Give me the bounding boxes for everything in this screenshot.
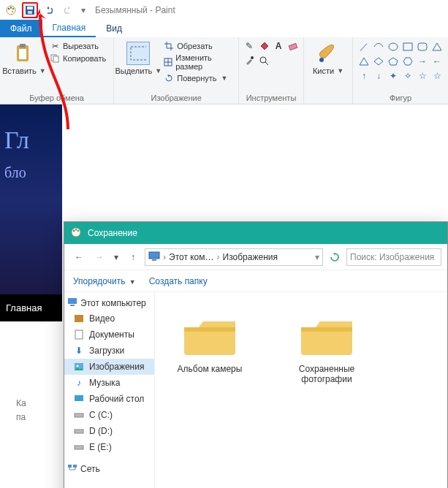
save-icon (24, 4, 36, 16)
nav-recent-button[interactable]: ▾ (111, 248, 121, 266)
tree-this-pc[interactable]: Этот компьютер (64, 295, 154, 310)
paint-logo-icon (3, 2, 19, 18)
ribbon-tabs: Файл Главная Вид (0, 20, 448, 37)
new-folder-button[interactable]: Создать папку (149, 276, 208, 286)
folder-saved-pictures[interactable]: Сохраненные фотографии (286, 314, 367, 384)
dialog-navbar: ← → ▾ ↑ › Этот ком… › Изображения ▾ Поис… (64, 244, 447, 270)
svg-rect-31 (149, 252, 159, 259)
tab-home[interactable]: Главная (42, 20, 96, 37)
svg-point-1 (8, 7, 10, 9)
tree-documents[interactable]: Документы (64, 327, 154, 343)
svg-point-16 (251, 56, 254, 59)
resize-button[interactable]: Изменить размер (161, 53, 234, 72)
svg-rect-32 (152, 259, 156, 261)
svg-rect-43 (68, 465, 72, 468)
organize-button[interactable]: Упорядочить ▼ (73, 276, 136, 286)
svg-rect-34 (70, 305, 75, 306)
dialog-title: Сохранение (88, 228, 137, 238)
qat-save-button[interactable] (22, 2, 38, 18)
tree-network[interactable]: Сеть (64, 461, 154, 476)
save-dialog: Сохранение ← → ▾ ↑ › Этот ком… › Изображ… (64, 221, 448, 488)
tab-view[interactable]: Вид (96, 20, 132, 37)
qat-redo-button[interactable] (60, 2, 76, 18)
folder-camera-roll[interactable]: Альбом камеры (170, 314, 250, 374)
svg-marker-26 (403, 58, 412, 65)
pencil-tool[interactable]: ✎ (243, 40, 255, 52)
pictures-icon (73, 361, 85, 373)
picker-tool[interactable] (243, 55, 255, 66)
tree-drive-c[interactable]: C (C:) (64, 407, 154, 423)
tree-desktop[interactable]: Рабочий стол (64, 391, 154, 407)
shapes-gallery[interactable]: ／ → ← ↑ ↓ ✦ ✧ ☆ ☆ (357, 40, 444, 83)
drive-icon (73, 441, 85, 453)
crop-button[interactable]: Обрезать (161, 40, 234, 52)
group-label-tools: Инструменты (246, 94, 297, 102)
window-title: Безымянный - Paint (95, 5, 175, 15)
ribbon-group-tools: ✎ A Инструменты (239, 37, 304, 104)
svg-rect-33 (68, 298, 77, 304)
svg-rect-39 (75, 395, 83, 401)
nav-back-button[interactable]: ← (70, 248, 88, 266)
svg-rect-13 (131, 47, 146, 60)
canvas-area: Гл бло Главная Ка па Сохранение ← → ▾ ↑ … (0, 104, 448, 488)
svg-rect-35 (75, 315, 83, 322)
tab-file[interactable]: Файл (0, 20, 42, 37)
canvas-image-nav: Главная (0, 294, 62, 321)
magnifier-tool[interactable] (258, 55, 270, 66)
drive-icon (73, 409, 85, 421)
folder-content[interactable]: Альбом камеры Сохраненные фотографии (155, 292, 447, 488)
cut-icon: ✂ (50, 41, 60, 51)
svg-rect-44 (73, 465, 77, 468)
svg-rect-36 (75, 330, 83, 339)
eraser-tool[interactable] (287, 40, 299, 52)
tree-drive-e[interactable]: E (E:) (64, 439, 154, 455)
qat-undo-button[interactable] (41, 2, 57, 18)
tree-downloads[interactable]: ⬇Загрузки (64, 343, 154, 359)
drive-icon (73, 425, 85, 437)
svg-point-29 (75, 229, 77, 230)
tree-music[interactable]: ♪Музыка (64, 375, 154, 391)
qat-customize-button[interactable]: ▾ (79, 2, 88, 18)
canvas-below-text: Ка па (16, 397, 26, 424)
paint-logo-icon (70, 226, 82, 240)
svg-rect-40 (75, 413, 83, 417)
svg-point-17 (260, 57, 266, 63)
select-button[interactable]: Выделить▼ (118, 40, 158, 77)
search-input[interactable]: Поиск: Изображения (346, 248, 441, 266)
svg-point-18 (319, 58, 324, 62)
ribbon-group-clipboard: Вставить▼ ✂Вырезать Копировать Буфер обм… (0, 37, 114, 104)
svg-rect-41 (75, 430, 83, 433)
rotate-button[interactable]: Повернуть▼ (161, 72, 234, 84)
tree-pictures[interactable]: Изображения (64, 359, 154, 375)
copy-button[interactable]: Копировать (47, 53, 109, 64)
refresh-button[interactable] (326, 248, 343, 266)
resize-icon (164, 57, 172, 67)
svg-marker-22 (433, 43, 441, 50)
text-tool[interactable]: A (273, 40, 284, 52)
svg-rect-12 (53, 56, 58, 62)
svg-rect-21 (418, 43, 427, 50)
svg-rect-7 (28, 11, 32, 14)
cut-button[interactable]: ✂Вырезать (47, 40, 109, 52)
tree-videos[interactable]: Видео (64, 310, 154, 327)
brush-icon (316, 42, 340, 65)
brushes-button[interactable]: Кисти▼ (308, 40, 348, 77)
nav-forward-button[interactable]: → (91, 248, 108, 266)
fill-tool[interactable] (258, 40, 270, 52)
dialog-titlebar[interactable]: Сохранение (64, 222, 447, 244)
paste-button[interactable]: Вставить▼ (4, 40, 44, 77)
paste-icon (12, 42, 36, 65)
nav-tree[interactable]: Этот компьютер Видео Документы ⬇Загрузки… (64, 292, 155, 488)
breadcrumb[interactable]: › Этот ком… › Изображения ▾ (145, 248, 323, 266)
svg-marker-25 (389, 58, 398, 65)
group-label-image: Изображение (151, 94, 201, 102)
crop-icon (164, 41, 174, 51)
rotate-icon (164, 73, 174, 83)
canvas-image[interactable]: Гл бло (0, 104, 62, 294)
folder-icon (181, 314, 239, 358)
nav-up-button[interactable]: ↑ (124, 248, 142, 266)
svg-rect-20 (403, 43, 412, 50)
pc-icon (148, 251, 160, 263)
undo-icon (43, 4, 55, 16)
tree-drive-d[interactable]: D (D:) (64, 423, 154, 439)
